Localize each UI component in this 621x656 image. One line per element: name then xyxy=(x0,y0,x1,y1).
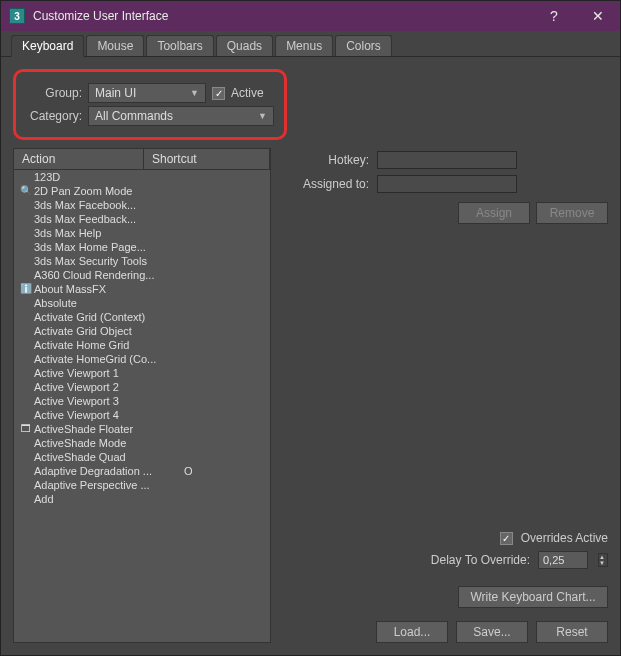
save-button[interactable]: Save... xyxy=(456,621,528,643)
item-shortcut xyxy=(184,227,266,239)
window-title: Customize User Interface xyxy=(33,9,532,23)
item-icon xyxy=(18,311,34,323)
list-item[interactable]: 🗖ActiveShade Floater xyxy=(14,422,270,436)
item-label: Add xyxy=(34,493,184,505)
action-list[interactable]: 123D🔍2D Pan Zoom Mode3ds Max Facebook...… xyxy=(13,170,271,643)
item-icon xyxy=(18,339,34,351)
item-label: Activate HomeGrid (Co... xyxy=(34,353,184,365)
item-label: 3ds Max Help xyxy=(34,227,184,239)
item-shortcut: O xyxy=(184,465,266,477)
chevron-down-icon: ▼ xyxy=(190,88,199,98)
list-item[interactable]: A360 Cloud Rendering... xyxy=(14,268,270,282)
help-button[interactable]: ? xyxy=(532,1,576,31)
list-item[interactable]: 3ds Max Help xyxy=(14,226,270,240)
list-item[interactable]: Adaptive Perspective ... xyxy=(14,478,270,492)
tab-keyboard[interactable]: Keyboard xyxy=(11,35,84,57)
item-shortcut xyxy=(184,451,266,463)
list-item[interactable]: 123D xyxy=(14,170,270,184)
list-item[interactable]: 3ds Max Home Page... xyxy=(14,240,270,254)
tab-quads[interactable]: Quads xyxy=(216,35,273,56)
list-item[interactable]: Activate Grid Object xyxy=(14,324,270,338)
assign-button[interactable]: Assign xyxy=(458,202,530,224)
item-icon xyxy=(18,353,34,365)
item-shortcut xyxy=(184,199,266,211)
item-icon xyxy=(18,479,34,491)
list-item[interactable]: Active Viewport 1 xyxy=(14,366,270,380)
hotkey-label: Hotkey: xyxy=(289,153,369,167)
item-shortcut xyxy=(184,283,266,295)
overrides-label: Overrides Active xyxy=(521,531,608,545)
item-label: ActiveShade Quad xyxy=(34,451,184,463)
category-select[interactable]: All Commands ▼ xyxy=(88,106,274,126)
tab-bar: Keyboard Mouse Toolbars Quads Menus Colo… xyxy=(1,31,620,57)
list-item[interactable]: Active Viewport 4 xyxy=(14,408,270,422)
item-shortcut xyxy=(184,311,266,323)
item-icon: 🗖 xyxy=(18,423,34,435)
list-item[interactable]: Active Viewport 3 xyxy=(14,394,270,408)
column-action[interactable]: Action xyxy=(14,149,144,169)
delay-label: Delay To Override: xyxy=(431,553,530,567)
item-label: A360 Cloud Rendering... xyxy=(34,269,184,281)
delay-value: 0,25 xyxy=(543,554,564,566)
action-list-panel: Action Shortcut 123D🔍2D Pan Zoom Mode3ds… xyxy=(13,148,271,643)
list-item[interactable]: Add xyxy=(14,492,270,506)
item-icon xyxy=(18,297,34,309)
tab-mouse[interactable]: Mouse xyxy=(86,35,144,56)
tab-colors[interactable]: Colors xyxy=(335,35,392,56)
item-label: 3ds Max Facebook... xyxy=(34,199,184,211)
item-label: 3ds Max Security Tools xyxy=(34,255,184,267)
item-label: Activate Grid (Context) xyxy=(34,311,184,323)
spinner-arrows[interactable]: ▲▼ xyxy=(598,553,608,567)
item-label: 3ds Max Home Page... xyxy=(34,241,184,253)
item-shortcut xyxy=(184,171,266,183)
list-item[interactable]: Activate HomeGrid (Co... xyxy=(14,352,270,366)
delay-spinner[interactable]: 0,25 xyxy=(538,551,588,569)
column-shortcut[interactable]: Shortcut xyxy=(144,149,270,169)
item-shortcut xyxy=(184,381,266,393)
list-item[interactable]: ℹ️About MassFX xyxy=(14,282,270,296)
list-item[interactable]: Adaptive Degradation ...O xyxy=(14,464,270,478)
item-label: Adaptive Perspective ... xyxy=(34,479,184,491)
list-item[interactable]: Activate Grid (Context) xyxy=(14,310,270,324)
item-icon xyxy=(18,437,34,449)
item-shortcut xyxy=(184,255,266,267)
item-icon: 🔍 xyxy=(18,185,34,197)
overrides-checkbox[interactable] xyxy=(500,532,513,545)
close-button[interactable]: ✕ xyxy=(576,1,620,31)
tab-menus[interactable]: Menus xyxy=(275,35,333,56)
tab-toolbars[interactable]: Toolbars xyxy=(146,35,213,56)
item-label: 123D xyxy=(34,171,184,183)
list-item[interactable]: Active Viewport 2 xyxy=(14,380,270,394)
list-item[interactable]: ActiveShade Mode xyxy=(14,436,270,450)
group-select[interactable]: Main UI ▼ xyxy=(88,83,206,103)
item-shortcut xyxy=(184,423,266,435)
item-icon xyxy=(18,409,34,421)
assigned-input[interactable] xyxy=(377,175,517,193)
active-label: Active xyxy=(231,86,264,100)
list-item[interactable]: Activate Home Grid xyxy=(14,338,270,352)
titlebar: 3 Customize User Interface ? ✕ xyxy=(1,1,620,31)
list-item[interactable]: 3ds Max Security Tools xyxy=(14,254,270,268)
active-checkbox[interactable] xyxy=(212,87,225,100)
group-value: Main UI xyxy=(95,86,136,100)
item-shortcut xyxy=(184,339,266,351)
load-button[interactable]: Load... xyxy=(376,621,448,643)
list-item[interactable]: 3ds Max Facebook... xyxy=(14,198,270,212)
list-item[interactable]: Absolute xyxy=(14,296,270,310)
list-item[interactable]: ActiveShade Quad xyxy=(14,450,270,464)
item-icon xyxy=(18,171,34,183)
item-shortcut xyxy=(184,241,266,253)
list-item[interactable]: 🔍2D Pan Zoom Mode xyxy=(14,184,270,198)
group-category-panel: Group: Main UI ▼ Active Category: All Co… xyxy=(13,69,287,140)
item-icon xyxy=(18,451,34,463)
hotkey-input[interactable] xyxy=(377,151,517,169)
customize-ui-window: 3 Customize User Interface ? ✕ Keyboard … xyxy=(0,0,621,656)
item-shortcut xyxy=(184,213,266,225)
list-item[interactable]: 3ds Max Feedback... xyxy=(14,212,270,226)
item-label: 3ds Max Feedback... xyxy=(34,213,184,225)
write-chart-button[interactable]: Write Keyboard Chart... xyxy=(458,586,608,608)
item-shortcut xyxy=(184,437,266,449)
reset-button[interactable]: Reset xyxy=(536,621,608,643)
remove-button[interactable]: Remove xyxy=(536,202,608,224)
item-shortcut xyxy=(184,185,266,197)
